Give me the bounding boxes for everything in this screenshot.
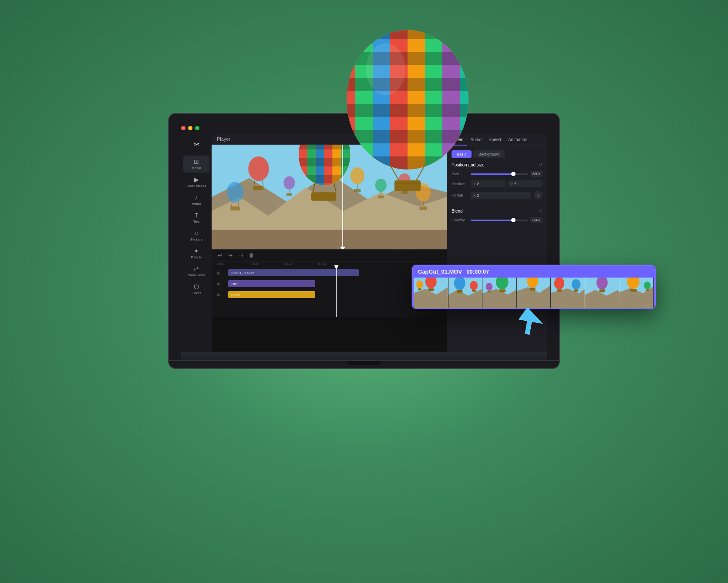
opacity-slider-thumb[interactable] xyxy=(511,218,516,222)
thumb-4 xyxy=(517,278,551,308)
svg-rect-46 xyxy=(286,193,292,196)
cursor-arrow-svg xyxy=(519,307,549,337)
svg-rect-55 xyxy=(401,191,408,194)
rotate-x-input[interactable]: X 2 xyxy=(471,192,531,199)
svg-rect-98 xyxy=(630,289,637,292)
blend-section-title: Blend ↺ xyxy=(452,209,543,214)
thumb-1 xyxy=(414,278,448,308)
sidebar-item-stock-videos[interactable]: ▶ Stock videos xyxy=(183,173,209,190)
rotate-control-row: Rotate X 2 ⊙ xyxy=(452,191,543,200)
thumb-6 xyxy=(585,278,620,308)
size-slider[interactable] xyxy=(471,173,528,175)
svg-point-16 xyxy=(366,43,405,95)
svg-rect-14 xyxy=(338,130,477,143)
svg-rect-24 xyxy=(212,230,447,249)
svg-rect-74 xyxy=(472,290,476,292)
opacity-value[interactable]: 60% xyxy=(530,217,543,223)
svg-rect-39 xyxy=(311,192,336,200)
compass-button[interactable]: ⊙ xyxy=(534,191,543,200)
close-button[interactable] xyxy=(181,126,185,130)
size-value[interactable]: 60% xyxy=(530,171,543,177)
sticker-track-icon[interactable]: ⊕ xyxy=(217,292,226,297)
audio-icon: ♪ xyxy=(195,194,198,201)
svg-rect-3 xyxy=(355,26,373,174)
ruler-00-02: 00:02 xyxy=(284,262,292,265)
svg-rect-10 xyxy=(338,26,477,39)
laptop-wrapper: ✂ ⊞ Media ▶ Stock videos ♪ Audio xyxy=(125,52,603,531)
svg-rect-72 xyxy=(457,290,462,293)
track-row-sticker: ⊕ Sticker xyxy=(217,290,442,299)
delete-button[interactable]: 🗑 xyxy=(248,251,255,259)
stickers-icon: ☺ xyxy=(193,230,199,237)
svg-rect-66 xyxy=(428,288,434,291)
svg-rect-8 xyxy=(442,26,460,174)
ruler-00-03: 00:03 xyxy=(318,262,326,265)
svg-point-89 xyxy=(572,279,581,289)
timeline-tracks: ⊕ CapCut_01.MOV ⊕ xyxy=(212,266,447,317)
transitions-icon: ⇄ xyxy=(194,265,199,272)
ruler-00-00: 00:00 xyxy=(217,262,225,265)
sidebar: ✂ ⊞ Media ▶ Stock videos ♪ Audio xyxy=(181,134,212,352)
rotate-x-prefix: X xyxy=(473,193,475,197)
redo-button[interactable]: ↪ xyxy=(227,251,233,259)
svg-rect-94 xyxy=(599,289,605,292)
tab-animation[interactable]: Animation xyxy=(505,134,531,146)
timeline-area: ↩ ↪ ⊣ 🗑 00:00 00:01 00:02 00:03 xyxy=(212,249,447,317)
filters-icon: ⬡ xyxy=(194,283,199,290)
floating-timeline: CapCut_01.MOV 00:00:07 xyxy=(412,265,656,309)
svg-rect-62 xyxy=(419,207,427,210)
laptop-bottom xyxy=(181,352,547,360)
svg-rect-2 xyxy=(338,26,355,174)
svg-point-67 xyxy=(416,281,423,288)
timeline-toolbar: ↩ ↪ ⊣ 🗑 xyxy=(212,250,447,261)
svg-point-44 xyxy=(283,176,295,189)
minimize-button[interactable] xyxy=(188,126,192,130)
svg-rect-90 xyxy=(574,289,578,292)
laptop-hinge xyxy=(347,361,381,365)
sidebar-item-effects[interactable]: ✦ Effects xyxy=(183,245,209,262)
thumb-7 xyxy=(619,278,654,308)
track-bar-filter[interactable]: Filter xyxy=(228,280,315,287)
size-slider-thumb[interactable] xyxy=(511,172,516,176)
tab-speed[interactable]: Speed xyxy=(485,134,505,146)
svg-rect-11 xyxy=(338,52,477,65)
split-button[interactable]: ⊣ xyxy=(238,251,244,259)
svg-point-99 xyxy=(644,281,651,289)
traffic-lights xyxy=(181,126,199,130)
svg-rect-7 xyxy=(425,26,442,174)
text-icon: T xyxy=(195,212,199,219)
position-y-input[interactable]: Y 2 xyxy=(508,180,543,187)
blend-reset[interactable]: ↺ xyxy=(539,209,543,214)
sidebar-item-text[interactable]: T Text xyxy=(183,209,209,226)
track-bar-main[interactable]: CapCut_01.MOV xyxy=(228,269,359,276)
svg-rect-43 xyxy=(253,186,263,190)
subtab-background[interactable]: Background xyxy=(473,150,505,158)
sidebar-item-filters[interactable]: ⬡ Filters xyxy=(183,281,209,298)
sidebar-item-media[interactable]: ⊞ Media xyxy=(183,156,209,173)
track-row-filter: ⊕ Filter xyxy=(217,279,442,288)
track-add-icon[interactable]: ⊕ xyxy=(217,271,226,275)
ruler-00-01: 00:01 xyxy=(251,262,259,265)
floating-thumbnails xyxy=(413,278,655,308)
sidebar-item-stickers[interactable]: ☺ Stickers xyxy=(183,227,209,244)
app-logo: ✂ xyxy=(190,138,202,150)
svg-rect-88 xyxy=(557,289,563,292)
thumb-5 xyxy=(551,278,585,308)
y-prefix: Y xyxy=(511,182,513,186)
filter-track-icon[interactable]: ⊕ xyxy=(217,281,226,286)
track-bar-sticker[interactable]: Sticker xyxy=(228,291,315,298)
svg-rect-13 xyxy=(338,104,477,117)
svg-point-73 xyxy=(470,281,478,290)
floating-timeline-card: CapCut_01.MOV 00:00:07 xyxy=(412,265,656,337)
maximize-button[interactable] xyxy=(195,126,199,130)
thumb-2 xyxy=(448,278,483,308)
opacity-slider[interactable] xyxy=(471,220,528,221)
svg-rect-80 xyxy=(488,291,491,292)
sidebar-item-audio[interactable]: ♪ Audio xyxy=(183,191,209,208)
media-icon: ⊞ xyxy=(194,158,199,165)
undo-button[interactable]: ↩ xyxy=(217,251,223,259)
timeline-playhead[interactable] xyxy=(336,266,337,317)
position-size-reset[interactable]: ↺ xyxy=(539,163,543,167)
sidebar-item-transitions[interactable]: ⇄ Transitions xyxy=(183,263,209,280)
svg-point-87 xyxy=(554,278,564,289)
